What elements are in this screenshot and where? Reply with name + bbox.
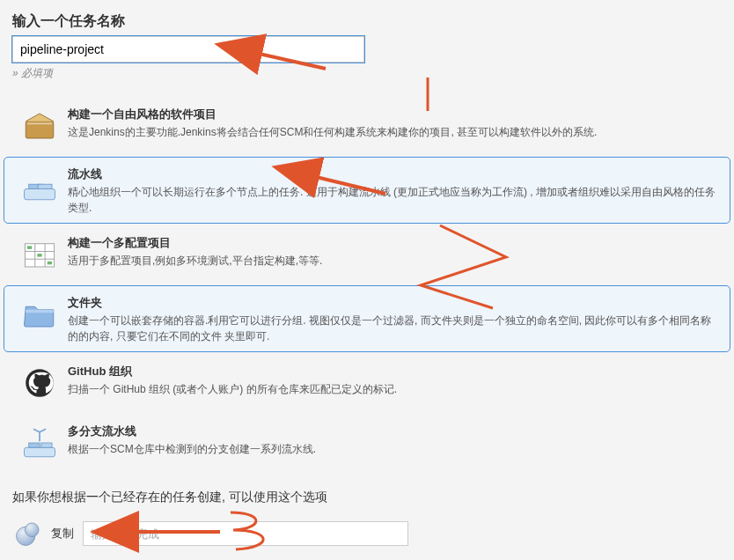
svg-rect-11	[37, 254, 41, 257]
svg-rect-4	[38, 184, 52, 188]
item-card[interactable]: 构建一个多配置项目适用于多配置项目,例如多环境测试,平台指定构建,等等.	[4, 225, 730, 284]
item-title: 流水线	[68, 166, 721, 182]
item-card[interactable]: GitHub 组织扫描一个 GitHub 组织 (或者个人账户) 的所有仓库来匹…	[4, 354, 730, 412]
item-title: 多分支流水线	[68, 424, 721, 439]
item-card[interactable]: 文件夹创建一个可以嵌套存储的容器.利用它可以进行分组. 视图仅仅是一个过滤器, …	[4, 285, 730, 352]
item-title: 构建一个多配置项目	[68, 235, 721, 251]
svg-rect-17	[41, 443, 52, 447]
svg-rect-16	[29, 443, 40, 447]
item-card[interactable]: 流水线精心地组织一个可以长期运行在多个节点上的任务. 适用于构建流水线 (更加正…	[4, 157, 730, 224]
item-title: 构建一个自由风格的软件项目	[68, 107, 721, 122]
copy-hint: 如果你想根据一个已经存在的任务创建, 可以使用这个选项	[12, 490, 722, 505]
task-name-input[interactable]	[12, 36, 364, 63]
copy-label: 复制	[51, 526, 74, 542]
svg-rect-12	[48, 262, 52, 265]
svg-rect-15	[25, 447, 55, 457]
copy-from-input[interactable]	[83, 521, 408, 546]
pipeline-icon	[18, 165, 61, 207]
item-desc: 精心地组织一个可以长期运行在多个节点上的任务. 适用于构建流水线 (更加正式地应…	[68, 184, 721, 216]
github-icon	[18, 362, 61, 404]
copy-icon	[12, 518, 44, 549]
item-card[interactable]: 构建一个自由风格的软件项目这是Jenkins的主要功能.Jenkins将会结合任…	[4, 97, 730, 155]
page-title: 输入一个任务名称	[12, 12, 722, 31]
required-hint: » 必填项	[12, 66, 722, 81]
item-desc: 这是Jenkins的主要功能.Jenkins将会结合任何SCM和任何构建系统来构…	[68, 124, 721, 140]
svg-rect-1	[27, 123, 52, 125]
svg-point-19	[25, 523, 39, 537]
folder-icon	[18, 293, 61, 335]
freestyle-icon	[18, 105, 61, 147]
item-desc: 根据一个SCM仓库中检测到的分支创建一系列流水线.	[68, 441, 721, 457]
item-desc: 扫描一个 GitHub 组织 (或者个人账户) 的所有仓库来匹配已定义的标记.	[68, 381, 721, 397]
svg-rect-10	[27, 246, 32, 249]
svg-rect-13	[26, 310, 54, 313]
svg-rect-2	[25, 189, 55, 200]
item-title: GitHub 组织	[68, 364, 721, 379]
item-desc: 创建一个可以嵌套存储的容器.利用它可以进行分组. 视图仅仅是一个过滤器, 而文件…	[68, 313, 721, 344]
item-card[interactable]: 多分支流水线根据一个SCM仓库中检测到的分支创建一系列流水线.	[4, 414, 730, 472]
item-desc: 适用于多配置项目,例如多环境测试,平台指定构建,等等.	[68, 253, 721, 269]
multibranch-icon	[18, 422, 61, 464]
item-title: 文件夹	[68, 295, 721, 311]
multi-icon	[18, 233, 61, 276]
